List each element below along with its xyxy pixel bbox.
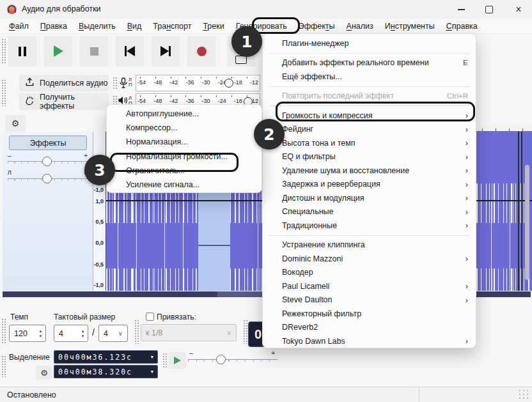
callout-step-1: 1 [231, 26, 262, 57]
beats-spinner[interactable]: 4 ▴ ▾ [54, 325, 88, 342]
window-resize-grip[interactable] [518, 389, 529, 400]
note-value-dropdown[interactable]: 4 ∨ [98, 325, 128, 342]
menu-item-special[interactable]: Специальные › [263, 205, 476, 219]
beats-spinner-arrows[interactable]: ▴ ▾ [78, 329, 88, 339]
ruler-label: 1,0 [93, 198, 104, 205]
gain-slider-knob[interactable] [42, 157, 52, 166]
menu-item-clip-fix[interactable]: Устранение клиппинга [263, 238, 476, 252]
track-control-panel[interactable]: Эффекты – + л п [3, 132, 93, 291]
spin-up-icon[interactable]: ▴ [40, 329, 42, 334]
vertical-scrollbar-thumb[interactable] [525, 165, 529, 280]
menu-file[interactable]: Файл [3, 20, 35, 33]
scale-value: -12 [250, 79, 258, 86]
tempo-spinner[interactable]: 120 ▴ ▾ [9, 325, 46, 342]
track-effects-button[interactable]: Эффекты [9, 135, 87, 150]
recording-meter-knob[interactable] [224, 79, 233, 88]
record-button[interactable] [187, 36, 215, 66]
spin-down-icon[interactable]: ▾ [82, 334, 84, 339]
get-effects-button[interactable]: Получить эффекты [19, 93, 109, 110]
submenu-item-label: Компрессор... [126, 123, 177, 132]
clip-boundary-line [518, 132, 519, 291]
menu-item-label: Вокодер [282, 268, 313, 277]
play-button[interactable] [44, 36, 72, 66]
selection-start-field[interactable]: 00ч00м36.123с ▼ [54, 350, 158, 364]
record-meter-grip[interactable] [113, 77, 118, 89]
timecode-toolbar-grip[interactable] [243, 320, 248, 344]
speed-slider-ticks [188, 360, 278, 362]
menu-item-paul-licameli[interactable]: Paul Licameli › [263, 279, 476, 293]
menu-item-fading[interactable]: Фейдинг › [263, 123, 476, 137]
menu-item-distortion-and-modulation[interactable]: Дистошн и модуляция › [263, 191, 476, 205]
menu-item-steve-daulton[interactable]: Steve Daulton › [263, 293, 476, 307]
menu-item-notch-filter[interactable]: Режекторный фильтр [263, 307, 476, 321]
menu-tracks[interactable]: Треки [197, 20, 230, 33]
selection-settings-gear-button[interactable]: ⚙ [36, 366, 52, 380]
time-toolbar-grip[interactable] [1, 318, 6, 344]
menu-item-label: Традиционные [282, 221, 337, 230]
selection-end-field[interactable]: 00ч00м38.320с ▼ [54, 365, 158, 378]
pan-slider-knob[interactable] [42, 174, 52, 183]
snap-toolbar-grip[interactable] [134, 320, 139, 344]
menu-select[interactable]: Выделить [73, 20, 121, 33]
annotation-box-effects-menu [252, 17, 300, 34]
menu-item-noise-removal[interactable]: Удаление шума и восстановление › [263, 164, 476, 178]
menu-item-label: Paul Licameli [282, 282, 329, 291]
menu-item-more-effects[interactable]: Ещё эффекты... [263, 70, 476, 84]
ruler-label: 0,5 [93, 219, 104, 225]
pause-button[interactable] [8, 36, 36, 66]
skip-to-end-button[interactable] [152, 36, 180, 66]
selection-toolbar-grip[interactable] [1, 355, 6, 377]
menu-item-eq-and-filters[interactable]: EQ и фильтры › [263, 150, 476, 164]
speed-slider-knob[interactable] [216, 355, 226, 364]
spin-up-icon[interactable]: ▴ [82, 329, 84, 334]
submenu-item-amplify[interactable]: Усиление сигнала... [107, 178, 262, 192]
dropdown-arrow-icon[interactable]: ▼ [151, 369, 153, 375]
skip-to-start-button[interactable] [116, 36, 144, 66]
submenu-item-normalize[interactable]: Нормализация... [107, 135, 262, 149]
playback-meter-scale: -54 -48 -42 -36 -30 -24 -18 -12 [137, 98, 258, 104]
tools-toolbar-grip[interactable] [1, 79, 6, 106]
menu-edit[interactable]: Правка [35, 20, 73, 33]
close-button[interactable]: × [505, 1, 532, 18]
menu-view[interactable]: Вид [121, 20, 148, 33]
menu-item-dreverb2[interactable]: DReverb2 [263, 321, 476, 335]
menu-item-vocoder[interactable]: Вокодер [263, 266, 476, 280]
snap-dropdown[interactable]: к 1/8 ∨ [141, 324, 237, 341]
tempo-spinner-arrows[interactable]: ▴ ▾ [36, 329, 45, 339]
menu-item-repeat-last-effect: Повторить последний эффект Ctrl+R [263, 89, 476, 104]
scale-value: -48 [153, 79, 162, 86]
status-text: Остановлено [7, 390, 56, 399]
menu-item-plugin-manager[interactable]: Плагин-менеджер [263, 36, 476, 50]
stop-button[interactable] [80, 36, 108, 66]
transport-toolbar-grip[interactable] [1, 38, 6, 64]
menu-item-label: Tokyo Dawn Labs [282, 337, 345, 346]
spin-down-icon[interactable]: ▾ [40, 334, 42, 339]
menu-item-label: Удаление шума и восстановление [282, 166, 409, 175]
share-audio-button[interactable]: Поделиться аудио [19, 75, 109, 91]
scale-value: -18 [234, 98, 242, 104]
play-speed-grip[interactable] [162, 353, 168, 368]
submenu-item-auto-duck[interactable]: Автоприглушение... [107, 107, 262, 121]
submenu-item-compressor[interactable]: Компрессор... [107, 121, 262, 135]
tempo-value: 120 [10, 329, 36, 338]
menu-item-tokyo-dawn-labs[interactable]: Tokyo Dawn Labs › [263, 334, 476, 348]
menu-item-label: Режекторный фильтр [282, 309, 361, 318]
snap-checkbox[interactable] [146, 313, 154, 321]
menu-item-dominic-mazzoni[interactable]: Dominic Mazzoni › [263, 252, 476, 266]
minimize-button[interactable] [447, 1, 475, 18]
menu-help[interactable]: Справка [441, 20, 483, 33]
track-settings-gear-button[interactable]: ⚙ [5, 115, 26, 132]
menu-item-delay-and-reverb[interactable]: Задержка и реверберация › [263, 178, 476, 192]
menu-tools[interactable]: Инструменты [379, 20, 441, 33]
menu-transport[interactable]: Транспорт [147, 20, 197, 33]
dropdown-arrow-icon[interactable]: ▼ [151, 355, 153, 360]
menu-item-pitch-and-tempo[interactable]: Высота тона и темп › [263, 136, 476, 150]
submenu-item-label: Автоприглушение... [126, 109, 199, 118]
recording-meter[interactable]: -54 -48 -42 -36 -30 -24 -18 -12 [136, 75, 260, 91]
play-at-speed-button[interactable] [169, 352, 186, 369]
menu-item-legacy[interactable]: Традиционные › [263, 219, 476, 233]
menu-item-add-realtime-effects[interactable]: Добавить эффекты реального времени E [263, 56, 476, 70]
menu-item-label: Ещё эффекты... [282, 72, 342, 81]
menu-analyze[interactable]: Анализ [341, 20, 379, 33]
maximize-button[interactable] [475, 1, 503, 18]
